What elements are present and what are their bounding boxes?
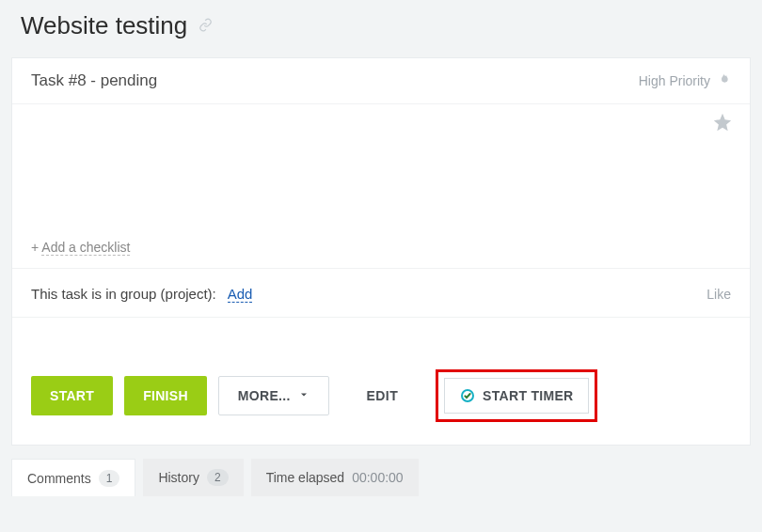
tab-time-elapsed-value: 00:00:00	[352, 470, 404, 485]
like-button[interactable]: Like	[706, 287, 731, 302]
finish-button[interactable]: FINISH	[124, 376, 207, 415]
spacer	[12, 318, 750, 369]
checklist-row: + Add a checklist	[12, 232, 750, 269]
plus-icon: +	[31, 240, 39, 255]
flame-icon	[716, 72, 731, 90]
task-header: Task #8 - pending High Priority	[12, 58, 750, 104]
more-label: MORE...	[238, 388, 291, 403]
task-description-area[interactable]	[12, 138, 750, 232]
page-title-row: Website testing	[0, 0, 762, 57]
tabs-row: Comments 1 History 2 Time elapsed 00:00:…	[0, 446, 762, 496]
start-timer-highlight: START TIMER	[436, 369, 597, 422]
edit-button[interactable]: EDIT	[367, 388, 399, 403]
tab-history-count: 2	[207, 469, 229, 486]
actions-row: START FINISH MORE... EDIT START TIMER	[12, 369, 750, 445]
timer-check-icon	[460, 388, 475, 403]
tab-comments[interactable]: Comments 1	[11, 459, 135, 496]
priority-badge[interactable]: High Priority	[639, 72, 731, 90]
priority-label: High Priority	[639, 73, 710, 88]
task-name: Task #8 - pending	[31, 71, 157, 90]
group-add-link[interactable]: Add	[228, 286, 253, 303]
tab-comments-count: 1	[99, 470, 120, 487]
start-timer-label: START TIMER	[483, 388, 573, 403]
start-timer-button[interactable]: START TIMER	[444, 378, 589, 414]
tab-history[interactable]: History 2	[143, 459, 243, 496]
tab-history-label: History	[158, 470, 199, 485]
add-checklist-label: Add a checklist	[41, 240, 130, 256]
chevron-down-icon	[298, 389, 310, 403]
star-row	[12, 104, 750, 138]
group-text: This task is in group (project):	[31, 286, 216, 302]
more-button[interactable]: MORE...	[218, 376, 329, 415]
link-icon[interactable]	[198, 18, 213, 35]
page-title: Website testing	[21, 11, 187, 40]
group-container: This task is in group (project): Add	[31, 286, 252, 302]
star-icon[interactable]	[712, 112, 733, 138]
tab-time-elapsed-label: Time elapsed	[266, 470, 345, 485]
tab-time-elapsed[interactable]: Time elapsed 00:00:00	[251, 459, 419, 496]
task-card: Task #8 - pending High Priority + Add a …	[11, 57, 751, 446]
start-button[interactable]: START	[31, 376, 113, 415]
group-row: This task is in group (project): Add Lik…	[12, 269, 750, 318]
add-checklist-link[interactable]: + Add a checklist	[31, 240, 130, 256]
tab-comments-label: Comments	[27, 471, 91, 486]
